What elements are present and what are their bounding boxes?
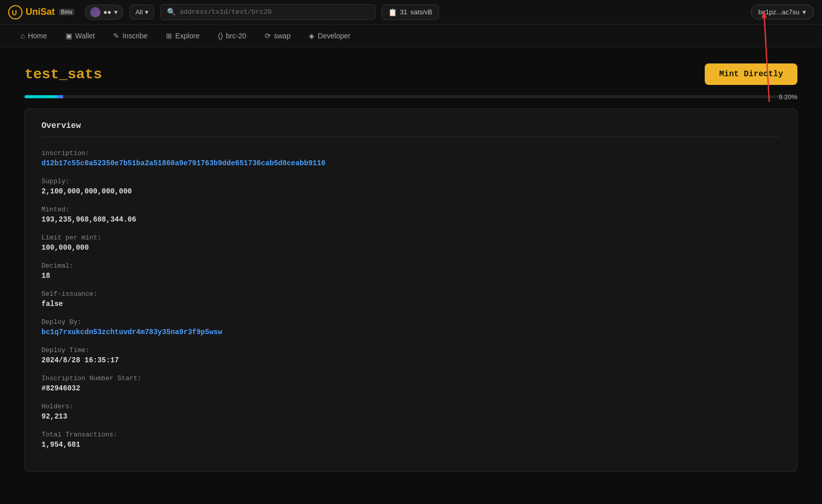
overview-title: Overview (41, 121, 781, 137)
field-inscription: inscription: d12b17c55c0a52350e7b51ba2a5… (41, 149, 781, 167)
field-deploy-by: Deploy By: bc1q7rxukcdn53zchtuvdr4m783y3… (41, 318, 781, 336)
search-icon: 🔍 (167, 8, 176, 16)
self-issuance-label: Self-issuance: (41, 290, 781, 298)
logo-text: UniSat (26, 7, 55, 17)
field-holders: Holders: 92,213 (41, 403, 781, 421)
dropdown-chevron-icon: ▾ (145, 8, 149, 16)
chevron-down-icon: ▾ (114, 8, 118, 16)
nav-developer[interactable]: ◈ Developer (301, 28, 359, 44)
developer-icon: ◈ (309, 32, 314, 40)
deploy-by-value[interactable]: bc1q7rxukcdn53zchtuvdr4m783y35na9r3f9p5w… (41, 328, 222, 336)
nav-inscribe[interactable]: ✎ Inscribe (105, 28, 156, 44)
supply-value: 2,100,000,000,000,000 (41, 187, 781, 195)
field-limit: Limit per mint: 100,000,000 (41, 234, 781, 252)
account-chevron-icon: ▾ (803, 8, 806, 16)
minted-value: 193,235,968,608,344.06 (41, 215, 781, 224)
inscribe-icon: ✎ (113, 32, 119, 40)
gas-icon: 📋 (388, 8, 397, 16)
unisat-logo-icon: U (8, 5, 23, 19)
progress-fill-cyan (25, 95, 57, 98)
nav-wallet[interactable]: ▣ Wallet (57, 28, 103, 44)
nav-explore[interactable]: ⊞ Explore (158, 28, 207, 44)
progress-track (25, 95, 797, 98)
limit-label: Limit per mint: (41, 234, 781, 242)
inscription-value[interactable]: d12b17c55c0a52350e7b51ba2a51860a9e791763… (41, 159, 326, 167)
page-title: test_sats (25, 67, 102, 82)
search-input[interactable] (180, 8, 369, 16)
wallet-selector[interactable]: ●● ▾ (85, 5, 124, 20)
search-bar[interactable]: 🔍 (160, 4, 375, 20)
nav-inscribe-label: Inscribe (122, 32, 147, 40)
deploy-time-value: 2024/8/28 16:35:17 (41, 356, 781, 364)
wallet-selector-icon: ●● (103, 8, 112, 16)
gas-pill[interactable]: 📋 31 sats/vB (382, 5, 439, 20)
field-minted: Minted: 193,235,968,608,344.06 (41, 206, 781, 224)
total-transactions-label: Total Transactions: (41, 431, 781, 439)
account-label: bc1pz...ac7su (758, 8, 799, 16)
deploy-time-label: Deploy Time: (41, 346, 781, 354)
total-transactions-value: 1,954,681 (41, 441, 781, 449)
nav-swap-label: swap (274, 32, 291, 40)
gas-value: 31 (400, 8, 407, 16)
secondary-nav: ⌂ Home ▣ Wallet ✎ Inscribe ⊞ Explore () … (0, 25, 822, 47)
home-icon: ⌂ (20, 32, 25, 40)
overview-card: Overview inscription: d12b17c55c0a52350e… (25, 108, 797, 472)
deploy-by-label: Deploy By: (41, 318, 781, 326)
progress-container: 9.20% (25, 95, 797, 98)
topbar: U UniSat Beta ●● ▾ All ▾ 🔍 📋 31 sats/vB … (0, 0, 822, 25)
field-self-issuance: Self-issuance: false (41, 290, 781, 308)
swap-icon: ⟳ (265, 32, 271, 40)
holders-value: 92,213 (41, 412, 781, 421)
holders-label: Holders: (41, 403, 781, 410)
supply-label: Supply: (41, 178, 781, 185)
field-supply: Supply: 2,100,000,000,000,000 (41, 178, 781, 195)
field-total-transactions: Total Transactions: 1,954,681 (41, 431, 781, 449)
beta-badge: Beta (59, 9, 74, 15)
nav-wallet-label: Wallet (75, 32, 95, 40)
main-content: test_sats Mint Directly 9.20% Overview i… (0, 47, 822, 488)
inscription-number-value: #82946032 (41, 384, 781, 392)
logo[interactable]: U UniSat Beta (8, 5, 74, 19)
nav-explore-label: Explore (175, 32, 199, 40)
decimal-label: Decimal: (41, 262, 781, 270)
nav-swap[interactable]: ⟳ swap (257, 28, 299, 44)
nav-brc20[interactable]: () brc-20 (210, 28, 255, 44)
decimal-value: 18 (41, 272, 781, 280)
inscription-number-label: Inscription Number Start: (41, 375, 781, 382)
page-header: test_sats Mint Directly (25, 63, 797, 85)
nav-home[interactable]: ⌂ Home (12, 28, 55, 44)
nav-developer-label: Developer (318, 32, 350, 40)
wallet-nav-icon: ▣ (66, 32, 72, 40)
nav-brc20-label: brc-20 (226, 32, 246, 40)
nav-home-label: Home (28, 32, 47, 40)
minted-label: Minted: (41, 206, 781, 213)
brc20-icon: () (218, 32, 223, 40)
wallet-icon (90, 7, 100, 17)
self-issuance-value: false (41, 300, 781, 308)
field-inscription-number: Inscription Number Start: #82946032 (41, 375, 781, 392)
all-dropdown[interactable]: All ▾ (130, 5, 154, 19)
explore-icon: ⊞ (166, 32, 172, 40)
mint-directly-button[interactable]: Mint Directly (705, 63, 797, 85)
all-label: All (135, 8, 142, 16)
svg-text:U: U (12, 9, 17, 17)
field-deploy-time: Deploy Time: 2024/8/28 16:35:17 (41, 346, 781, 364)
gas-unit: sats/vB (410, 8, 432, 16)
limit-value: 100,000,000 (41, 244, 781, 252)
field-decimal: Decimal: 18 (41, 262, 781, 280)
inscription-label: inscription: (41, 149, 781, 157)
progress-percent: 9.20% (778, 93, 797, 101)
account-pill[interactable]: bc1pz...ac7su ▾ (751, 5, 814, 19)
